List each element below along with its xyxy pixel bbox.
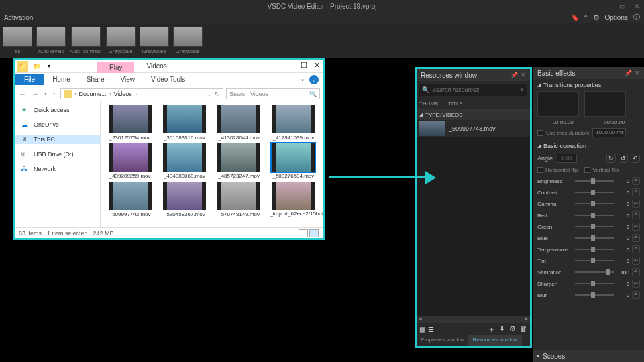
minimize-button[interactable]: — xyxy=(286,61,294,70)
qat-dropdown[interactable]: ▾ xyxy=(44,61,54,72)
reset-icon[interactable]: ↶ xyxy=(632,234,640,242)
activation-label[interactable]: Activation xyxy=(4,14,33,21)
slider-blue[interactable]: Blue0↶ xyxy=(537,234,640,242)
minimize-button[interactable]: — xyxy=(600,0,614,12)
file-item[interactable]: _484983068.mov xyxy=(159,143,209,179)
reset-icon[interactable]: ↶ xyxy=(632,280,640,288)
max-duration-input[interactable]: 1000.00 ms xyxy=(592,128,626,137)
reset-icon[interactable]: ↶ xyxy=(632,188,640,196)
resource-item[interactable]: _509997743.mov xyxy=(417,120,530,137)
history-dropdown[interactable]: ▾ xyxy=(43,90,48,97)
delete-icon[interactable]: 🗑 xyxy=(520,324,527,335)
forward-button[interactable]: → xyxy=(30,90,40,98)
nav-onedrive[interactable]: ☁OneDrive xyxy=(15,120,100,129)
ribbon-share[interactable]: Share xyxy=(78,74,113,85)
rotate-cw-icon[interactable]: ↻ xyxy=(606,154,616,163)
use-max-checkbox[interactable] xyxy=(537,130,543,136)
hflip-checkbox[interactable] xyxy=(537,167,543,173)
nav-this-pc[interactable]: 🖥This PC xyxy=(15,135,100,144)
ribbon-video-tools[interactable]: Video Tools xyxy=(143,74,193,85)
file-item[interactable]: _509997743.mov xyxy=(105,182,155,217)
slider-brightness[interactable]: Brightness0↶ xyxy=(537,177,640,185)
slider-temperature[interactable]: Temperature0↶ xyxy=(537,245,640,253)
scopes-panel-header[interactable]: ▸Scopes xyxy=(533,350,644,362)
reset-icon[interactable]: ↶ xyxy=(632,177,640,185)
filter-autolevels[interactable]: Auto levels xyxy=(36,27,66,54)
resources-search-input[interactable] xyxy=(432,86,517,93)
slider-green[interactable]: Green0↶ xyxy=(537,223,640,231)
ribbon-collapse-icon[interactable]: ⌄ xyxy=(300,75,305,84)
file-item[interactable]: _485723247.mov xyxy=(214,143,264,179)
tree-view-icon[interactable]: ☰ xyxy=(428,326,434,333)
clear-icon[interactable]: ✕ xyxy=(519,86,525,93)
nav-quick-access[interactable]: ★Quick access xyxy=(15,105,100,115)
transition-out[interactable] xyxy=(584,91,626,117)
filter-autocontrast[interactable]: Auto-contrast xyxy=(70,27,102,54)
transition-in[interactable] xyxy=(537,91,579,117)
slider-contrast[interactable]: Contrast0↶ xyxy=(537,188,640,196)
explorer-files[interactable]: _230125734.mov _351683816.mov _413028644… xyxy=(101,101,323,227)
filter-all[interactable]: all xyxy=(3,27,32,54)
file-item[interactable]: _439209259.mov xyxy=(105,143,155,179)
pin-icon[interactable]: 📌 xyxy=(511,72,518,78)
close-button[interactable]: ✕ xyxy=(629,0,644,12)
tab-resources[interactable]: Resources window xyxy=(468,335,521,346)
nav-network[interactable]: 🖧Network xyxy=(15,164,100,174)
slider-sharpen[interactable]: Sharpen0↶ xyxy=(537,280,640,288)
resources-search[interactable]: 🔍 ✕ xyxy=(419,84,527,96)
slider-gamma[interactable]: Gamma0↶ xyxy=(537,200,640,208)
ribbon-home[interactable]: Home xyxy=(44,74,78,85)
reset-icon[interactable]: ↶ xyxy=(632,257,640,265)
details-view-icon[interactable] xyxy=(299,229,308,237)
ribbon-file[interactable]: File xyxy=(15,74,44,85)
icons-view-icon[interactable] xyxy=(309,229,319,237)
up-button[interactable]: ↑ xyxy=(51,90,58,98)
close-icon[interactable]: ✕ xyxy=(635,70,640,76)
reset-icon[interactable]: ↶ xyxy=(632,200,640,208)
slider-tint[interactable]: Tint0↶ xyxy=(537,257,640,265)
folder-icon[interactable]: 📁 xyxy=(32,61,42,72)
filter-grayscale-3[interactable]: Grayscale xyxy=(173,27,203,54)
file-item[interactable]: _import_62ece2f15bd893.04205356 xyxy=(268,182,319,217)
vflip-checkbox[interactable] xyxy=(584,167,590,173)
ribbon-view[interactable]: View xyxy=(113,74,144,85)
file-item[interactable]: _351683816.mov xyxy=(159,105,209,141)
file-item[interactable]: _530458367.mov xyxy=(159,182,209,217)
angle-input[interactable]: 0.00 xyxy=(557,154,577,163)
pin-icon[interactable]: 📌 xyxy=(625,70,632,76)
help-icon[interactable]: ? xyxy=(309,75,319,84)
back-button[interactable]: ← xyxy=(17,90,28,98)
address-bar[interactable]: › Docume... › Videos › ⌄ ↻ xyxy=(60,88,224,99)
resources-type-group[interactable]: ◢ TYPE: VIDEOS xyxy=(417,109,530,120)
close-icon[interactable]: ✕ xyxy=(521,72,526,78)
basic-correction-section[interactable]: ◢Basic correction xyxy=(537,143,640,149)
folder-icon[interactable]: 📁 xyxy=(17,61,28,72)
close-button[interactable]: ✕ xyxy=(314,61,320,70)
reset-rotation-icon[interactable]: ↶ xyxy=(631,154,640,163)
reset-icon[interactable]: ↶ xyxy=(632,223,640,231)
slider-red[interactable]: Red0↶ xyxy=(537,211,640,219)
bookmark-icon[interactable]: 🔖 xyxy=(571,14,579,21)
file-item[interactable]: _230125734.mov xyxy=(105,105,155,141)
gear-icon[interactable]: ⚙ xyxy=(509,324,516,335)
resources-body[interactable] xyxy=(417,137,530,316)
play-context-tab[interactable]: Play xyxy=(97,62,134,73)
rotate-ccw-icon[interactable]: ↺ xyxy=(619,154,628,163)
resources-hscroll[interactable]: ◄► xyxy=(417,316,530,323)
file-item[interactable]: _570748149.mov xyxy=(214,182,264,217)
maximize-button[interactable]: ▭ xyxy=(614,0,629,12)
gear-icon[interactable]: ⚙ xyxy=(593,13,600,22)
filter-grayscale-2[interactable]: Grayscale xyxy=(140,27,169,54)
slider-saturation[interactable]: Saturation100↶ xyxy=(537,268,640,276)
help-icon[interactable]: ⓘ xyxy=(633,13,640,22)
filter-grayscale-1[interactable]: Grayscale xyxy=(106,27,136,54)
nav-usb-drive[interactable]: ⎘USB Drive (D:) xyxy=(15,149,100,159)
slider-blur[interactable]: Blur0↶ xyxy=(537,291,640,299)
options-label[interactable]: Options xyxy=(605,14,628,21)
reset-icon[interactable]: ↶ xyxy=(632,291,640,299)
download-icon[interactable]: ⬇ xyxy=(499,324,505,335)
add-icon[interactable]: ＋ xyxy=(488,324,495,335)
reset-icon[interactable]: ↶ xyxy=(632,245,640,253)
list-view-icon[interactable]: ▦ xyxy=(419,326,425,333)
maximize-button[interactable]: ☐ xyxy=(301,61,307,70)
